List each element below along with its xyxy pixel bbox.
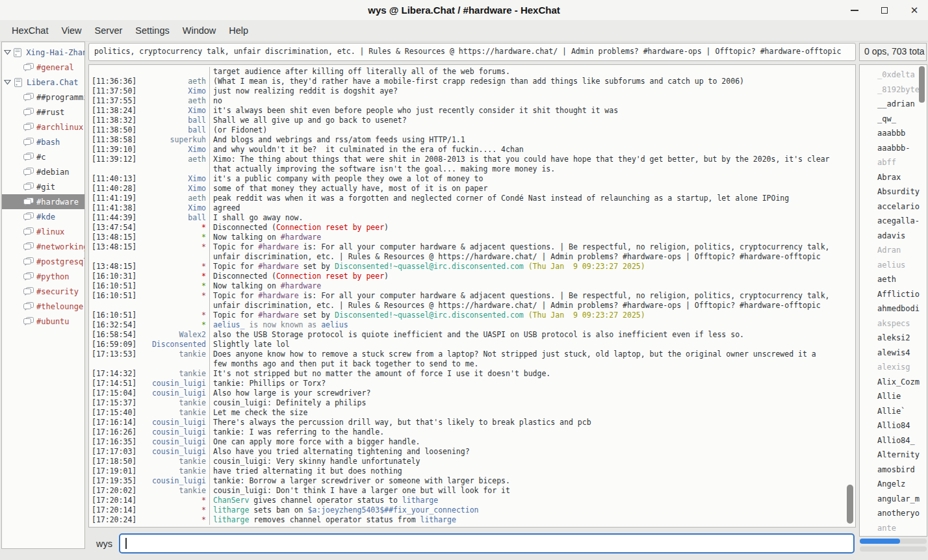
sidebar-item-bash[interactable]: #bash <box>2 134 84 149</box>
userlist-hscrollbar[interactable] <box>860 539 927 544</box>
chat-message: [11:38:24]Ximoit's always been shit even… <box>89 106 855 116</box>
sidebar-item-archlinux[interactable]: #archlinux <box>2 120 84 134</box>
sidebar-item-label: #hardware <box>36 197 79 207</box>
chat-message: [17:20:14]*ChanServ gives channel operat… <box>89 496 855 505</box>
channel-icon <box>23 93 36 102</box>
user-list-item[interactable]: Afflictio <box>860 287 927 302</box>
sidebar-item-kde[interactable]: #kde <box>2 209 84 224</box>
sidebar-item-linux[interactable]: #linux <box>2 224 84 239</box>
message-timestamp: [17:20:24] <box>89 515 138 525</box>
sidebar-item-xing-hai-zhan[interactable]: Xing-Hai-Zhan <box>2 45 84 60</box>
message-nick: cousin_luigi <box>138 379 206 388</box>
userlist-hscrollbar-thumb[interactable] <box>860 539 900 544</box>
menu-hexchat[interactable]: HexChat <box>5 20 55 41</box>
menu-window[interactable]: Window <box>176 20 223 41</box>
sidebar-item-git[interactable]: #git <box>2 179 84 194</box>
user-list-item[interactable]: aaabbb- <box>860 141 927 156</box>
sidebar-item-networking[interactable]: #networking <box>2 239 84 254</box>
user-list-item[interactable]: amosbird <box>860 463 927 477</box>
lag-meter <box>860 546 927 552</box>
user-list-item[interactable]: aeth <box>860 272 927 287</box>
user-list-item[interactable]: accelario <box>860 199 927 214</box>
user-list-item[interactable]: adavis <box>860 229 927 244</box>
message-nick: Ximo <box>138 203 206 213</box>
user-list-item[interactable]: _8192byte <box>860 83 927 97</box>
menu-settings[interactable]: Settings <box>129 20 175 41</box>
sidebar-item-rust[interactable]: ##rust <box>2 105 84 120</box>
user-list-item[interactable]: aaabbb <box>860 126 927 141</box>
message-text: Ximo: The thing about things that were s… <box>209 155 845 174</box>
minimize-button[interactable] <box>850 6 859 15</box>
chat-message: [17:19:01]tankiehave tried alternating i… <box>89 466 855 476</box>
message-nick: aeth <box>138 194 206 203</box>
user-list-item[interactable]: Adran <box>860 243 927 258</box>
channel-icon <box>23 138 36 147</box>
topic-input[interactable]: politics, cryptocurrency talk, unfair di… <box>88 43 856 61</box>
chat-message: [17:17:03]cousin_luigiAlso have you trie… <box>89 447 855 457</box>
message-timestamp: [13:48:15] <box>89 242 138 262</box>
sidebar-item-python[interactable]: #python <box>2 269 84 284</box>
chat-message: [17:20:14]*litharge sets ban on $a:joeyz… <box>89 505 855 515</box>
user-list-item[interactable]: __adrian <box>860 97 927 112</box>
sidebar-item-programming[interactable]: ##programming <box>2 90 84 105</box>
user-list-item[interactable]: Allio84_ <box>860 433 927 448</box>
user-list-item[interactable]: alewis4 <box>860 346 927 361</box>
message-text: There's always the percussion drill way,… <box>209 418 845 427</box>
chat-scrollbar[interactable] <box>847 66 853 526</box>
message-timestamp: [17:19:35] <box>89 476 138 486</box>
sidebar-item-debian[interactable]: #debian <box>2 164 84 179</box>
user-list-item[interactable]: _0xdelta <box>860 68 927 83</box>
close-button[interactable]: ✕ <box>910 6 919 15</box>
message-text: And blogs and webrings and rss/atom feed… <box>209 135 845 145</box>
chat-message: [17:20:24]*litharge removes channel oper… <box>89 515 855 525</box>
user-list-item[interactable]: anotheryo <box>860 506 927 521</box>
user-list-item[interactable]: Alternity <box>860 448 927 463</box>
message-nick: ball <box>138 125 206 135</box>
sidebar-item-libera-chat[interactable]: Libera.Chat <box>2 75 84 90</box>
user-list-item[interactable]: aelius <box>860 258 927 273</box>
chat-message: [13:47:54]*Disconnected (Connection rese… <box>89 223 855 233</box>
user-list-item[interactable]: Allie` <box>860 404 927 419</box>
sidebar-item-general[interactable]: #general <box>2 60 84 75</box>
chat-scrollbar-thumb[interactable] <box>847 485 853 524</box>
message-timestamp: [17:16:26] <box>89 427 138 437</box>
sidebar-item-ubuntu[interactable]: #ubuntu <box>2 314 84 329</box>
user-list-item[interactable]: Angelz <box>860 477 927 492</box>
sidebar-item-label: #networking <box>36 242 84 251</box>
user-list-item[interactable]: abff <box>860 155 927 170</box>
user-list-item[interactable]: Allie <box>860 389 927 404</box>
sidebar-item-security[interactable]: #security <box>2 284 84 299</box>
user-list-item[interactable]: aleksi2 <box>860 331 927 346</box>
sidebar-item-thelounge[interactable]: #thelounge <box>2 299 84 314</box>
message-text: Also have you tried alternating tighteni… <box>209 447 845 457</box>
user-list-item[interactable]: alexisg <box>860 360 927 375</box>
sidebar-item-postgresql[interactable]: #postgresql <box>2 254 84 269</box>
user-list-item[interactable]: _qw_ <box>860 112 927 127</box>
message-text: no <box>209 96 845 106</box>
channel-icon <box>23 242 36 251</box>
userlist-scrollbar-thumb[interactable] <box>919 66 925 103</box>
message-input[interactable] <box>119 533 855 554</box>
message-text: tankie: Borrow a larger screwdriver or s… <box>209 476 845 486</box>
menu-server[interactable]: Server <box>88 20 129 41</box>
menu-view[interactable]: View <box>55 20 88 41</box>
sidebar-item-hardware[interactable]: #hardware <box>2 194 84 209</box>
user-list-item[interactable]: ante <box>860 521 927 536</box>
user-list-item[interactable]: Alix_Cozm <box>860 375 927 390</box>
chat-message: [16:10:31]*Disconnected (Connection rese… <box>89 272 855 281</box>
sidebar-item-label: #c <box>36 153 45 162</box>
user-list-item[interactable]: angular_m <box>860 492 927 507</box>
user-list-item[interactable]: Absurdity <box>860 185 927 199</box>
expander-icon[interactable] <box>4 79 14 85</box>
chat-log[interactable]: target audience after killing off litera… <box>88 64 856 528</box>
user-list-item[interactable]: Allio84 <box>860 418 927 433</box>
expander-icon[interactable] <box>4 49 13 55</box>
maximize-button[interactable] <box>880 6 889 15</box>
user-list-item[interactable]: Abrax <box>860 170 927 185</box>
chat-message: [17:14:51]cousin_luigitankie: Phillips o… <box>89 379 855 388</box>
user-list-item[interactable]: akspecs <box>860 316 927 331</box>
sidebar-item-c[interactable]: #c <box>2 149 84 164</box>
user-list-item[interactable]: acegalla- <box>860 214 927 229</box>
user-list-item[interactable]: ahmedbodi <box>860 301 927 316</box>
menu-help[interactable]: Help <box>222 20 255 41</box>
